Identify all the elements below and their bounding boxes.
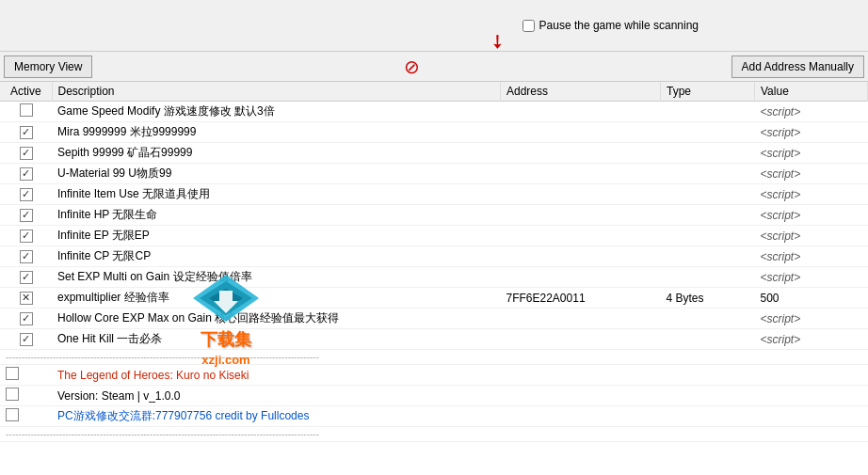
- cheat-table-container[interactable]: 下载集 xzji.com Active Description Address …: [0, 82, 868, 475]
- separator-row-2: ----------------------------------------…: [0, 427, 868, 442]
- checkbox-checked[interactable]: ✓: [20, 147, 33, 160]
- value-cell: <script>: [755, 309, 868, 329]
- script-value: <script>: [761, 167, 801, 181]
- active-cell[interactable]: ✓: [0, 329, 52, 350]
- description-cell: Infinite EP 无限EP: [52, 226, 501, 246]
- value-cell: 500: [755, 288, 868, 309]
- table-row[interactable]: ✓Set EXP Multi on Gain 设定经验值倍率<script>: [0, 267, 868, 288]
- active-cell[interactable]: ✓: [0, 143, 52, 164]
- checkbox-checked[interactable]: ✓: [20, 312, 33, 325]
- script-value: <script>: [761, 209, 801, 222]
- description-cell: expmultiplier 经验倍率: [52, 288, 501, 309]
- table-row[interactable]: ✕expmultiplier 经验倍率7FF6E22A00114 Bytes50…: [0, 288, 868, 309]
- type-cell: [661, 267, 755, 288]
- table-row[interactable]: ✓Infinite CP 无限CP<script>: [0, 246, 868, 267]
- value-cell: <script>: [755, 143, 868, 164]
- script-value: <script>: [761, 312, 801, 325]
- table-row[interactable]: ✓One Hit Kill 一击必杀<script>: [0, 329, 868, 350]
- table-row[interactable]: ✓Infinite Item Use 无限道具使用<script>: [0, 184, 868, 205]
- checkbox-checked[interactable]: ✓: [20, 230, 33, 243]
- cheat-table: Active Description Address Type Value Ga…: [0, 82, 868, 442]
- checkbox-empty[interactable]: [6, 408, 19, 421]
- info-text-cell: PC游戏修改交流群:777907756 credit by Fullcodes: [52, 406, 868, 427]
- col-header-active: Active: [0, 82, 52, 102]
- checkbox-checked[interactable]: ✓: [20, 126, 33, 139]
- info-text-cell: The Legend of Heroes: Kuro no Kiseki: [52, 365, 868, 386]
- value-cell: <script>: [755, 122, 868, 143]
- info-row: Version: Steam | v_1.0.0: [0, 386, 868, 406]
- address-cell: [501, 267, 661, 288]
- stop-scan-button[interactable]: ⊘: [404, 55, 420, 78]
- checkbox-empty[interactable]: [6, 388, 19, 401]
- table-row[interactable]: Game Speed Modify 游戏速度修改 默认3倍<script>: [0, 102, 868, 122]
- checkbox-checked[interactable]: ✓: [20, 333, 33, 346]
- separator-line-2: ----------------------------------------…: [0, 427, 868, 442]
- active-cell[interactable]: ✕: [0, 288, 52, 309]
- col-header-description: Description: [52, 82, 501, 102]
- address-cell: [501, 184, 661, 205]
- script-value: <script>: [761, 271, 801, 284]
- script-value: <script>: [761, 147, 801, 160]
- address-cell: [501, 226, 661, 246]
- info-row: The Legend of Heroes: Kuro no Kiseki: [0, 365, 868, 386]
- separator-row: ----------------------------------------…: [0, 350, 868, 365]
- value-cell: <script>: [755, 102, 868, 122]
- info-active-cell: [0, 406, 52, 427]
- address-cell: [501, 309, 661, 329]
- type-cell: [661, 122, 755, 143]
- script-value: <script>: [761, 126, 801, 139]
- table-row[interactable]: ✓U-Material 99 U物质99<script>: [0, 164, 868, 184]
- table-row[interactable]: ✓Sepith 99999 矿晶石99999<script>: [0, 143, 868, 164]
- address-cell: [501, 205, 661, 226]
- active-cell[interactable]: ✓: [0, 122, 52, 143]
- memory-view-button[interactable]: Memory View: [4, 55, 92, 78]
- type-cell: [661, 309, 755, 329]
- table-row[interactable]: ✓Mira 9999999 米拉9999999<script>: [0, 122, 868, 143]
- active-cell[interactable]: ✓: [0, 164, 52, 184]
- active-cell[interactable]: ✓: [0, 246, 52, 267]
- checkbox-empty[interactable]: [20, 103, 33, 117]
- checkbox-checked[interactable]: ✓: [20, 271, 33, 284]
- active-cell[interactable]: [0, 102, 52, 122]
- address-cell: [501, 246, 661, 267]
- type-cell: [661, 226, 755, 246]
- address-cell: 7FF6E22A0011: [501, 288, 661, 309]
- toolbar-row: Memory View ⊘ Add Address Manually: [0, 52, 868, 82]
- type-cell: [661, 329, 755, 350]
- checkbox-crossed[interactable]: ✕: [20, 292, 33, 305]
- table-row[interactable]: ✓Infinite EP 无限EP<script>: [0, 226, 868, 246]
- col-header-value: Value: [755, 82, 868, 102]
- active-cell[interactable]: ✓: [0, 267, 52, 288]
- top-bar: Pause the game while scanning ➘: [0, 0, 868, 52]
- table-row[interactable]: ✓Hollow Core EXP Max on Gain 核心回路经验值最大获得…: [0, 309, 868, 329]
- address-cell: [501, 164, 661, 184]
- script-value: <script>: [761, 333, 801, 346]
- script-value: <script>: [761, 188, 801, 201]
- checkbox-checked[interactable]: ✓: [20, 250, 33, 263]
- active-cell[interactable]: ✓: [0, 309, 52, 329]
- checkbox-checked[interactable]: ✓: [20, 188, 33, 201]
- description-cell: Infinite CP 无限CP: [52, 246, 501, 267]
- pause-checkbox-area[interactable]: Pause the game while scanning: [522, 19, 699, 32]
- active-cell[interactable]: ✓: [0, 226, 52, 246]
- description-cell: Infinite Item Use 无限道具使用: [52, 184, 501, 205]
- active-cell[interactable]: ✓: [0, 205, 52, 226]
- add-address-button[interactable]: Add Address Manually: [731, 55, 864, 78]
- value-cell: <script>: [755, 205, 868, 226]
- info-active-cell: [0, 386, 52, 406]
- checkbox-checked[interactable]: ✓: [20, 209, 33, 222]
- checkbox-empty[interactable]: [6, 367, 19, 380]
- active-cell[interactable]: ✓: [0, 184, 52, 205]
- script-value: <script>: [761, 250, 801, 263]
- pause-checkbox[interactable]: [522, 20, 535, 32]
- address-cell: [501, 143, 661, 164]
- type-cell: [661, 205, 755, 226]
- pause-label: Pause the game while scanning: [539, 19, 699, 32]
- checkbox-checked[interactable]: ✓: [20, 167, 33, 181]
- address-cell: [501, 102, 661, 122]
- stop-icon: ⊘: [404, 55, 420, 78]
- value-cell: <script>: [755, 267, 868, 288]
- table-row[interactable]: ✓Infinite HP 无限生命<script>: [0, 205, 868, 226]
- arrow-icon: ➘: [484, 28, 511, 55]
- value-cell: <script>: [755, 329, 868, 350]
